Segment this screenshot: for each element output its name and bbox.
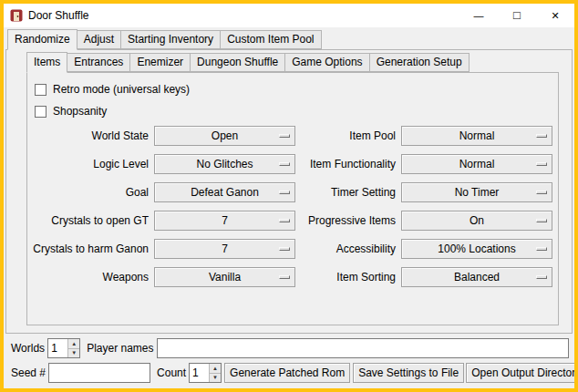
world-state-value: Open bbox=[212, 129, 238, 142]
world-state-dropdown[interactable]: Open bbox=[154, 126, 295, 146]
dropdown-indicator-icon bbox=[279, 275, 290, 279]
crystals-harm-ganon-dropdown[interactable]: 7 bbox=[154, 239, 295, 259]
spin-down-icon[interactable]: ▼ bbox=[68, 348, 79, 358]
progressive-items-value: On bbox=[470, 214, 484, 227]
client-area: Randomize Adjust Starting Inventory Cust… bbox=[4, 27, 574, 388]
crystals-open-gt-dropdown[interactable]: 7 bbox=[154, 211, 295, 231]
items-pane: Retro mode (universal keys) Shopsanity W… bbox=[26, 72, 559, 325]
worlds-label: Worlds bbox=[11, 342, 45, 355]
item-pool-value: Normal bbox=[459, 129, 495, 142]
item-sorting-value: Balanced bbox=[454, 271, 500, 284]
tab-dungeon-shuffle[interactable]: Dungeon Shuffle bbox=[190, 53, 285, 72]
worlds-spinner-input[interactable] bbox=[48, 339, 67, 357]
dropdown-indicator-icon bbox=[536, 247, 547, 251]
goal-dropdown[interactable]: Defeat Ganon bbox=[154, 182, 295, 202]
randomize-pane: Items Entrances Enemizer Dungeon Shuffle… bbox=[5, 49, 573, 334]
maximize-button[interactable]: □ bbox=[498, 4, 536, 27]
item-functionality-label: Item Functionality bbox=[300, 158, 397, 170]
accessibility-dropdown[interactable]: 100% Locations bbox=[401, 239, 552, 259]
progressive-items-dropdown[interactable]: On bbox=[401, 211, 552, 231]
player-names-label: Player names bbox=[87, 342, 153, 355]
timer-setting-dropdown[interactable]: No Timer bbox=[401, 182, 552, 202]
accessibility-label: Accessibility bbox=[300, 242, 397, 255]
generate-rom-button[interactable]: Generate Patched Rom bbox=[224, 363, 350, 383]
worlds-spinner-arrows: ▲ ▼ bbox=[67, 339, 79, 357]
item-pool-dropdown[interactable]: Normal bbox=[401, 126, 552, 146]
dropdown-indicator-icon bbox=[536, 162, 547, 166]
crystals-open-gt-label: Crystals to open GT bbox=[33, 214, 150, 227]
seed-input[interactable] bbox=[48, 363, 150, 383]
logic-level-label: Logic Level bbox=[33, 158, 150, 170]
minimize-button[interactable]: — bbox=[459, 4, 498, 27]
player-names-input[interactable] bbox=[157, 338, 570, 358]
settings-grid: World State Open Item Pool Normal Logic … bbox=[33, 126, 558, 287]
accessibility-value: 100% Locations bbox=[438, 242, 515, 255]
count-label: Count bbox=[157, 366, 186, 379]
seed-label: Seed # bbox=[11, 366, 46, 379]
item-functionality-value: Normal bbox=[459, 158, 495, 170]
footer-row-1: Worlds ▲ ▼ Player names bbox=[11, 338, 569, 358]
maximize-icon: □ bbox=[513, 9, 521, 21]
tab-adjust[interactable]: Adjust bbox=[77, 30, 121, 49]
spin-down-icon[interactable]: ▼ bbox=[210, 373, 221, 383]
goal-value: Defeat Ganon bbox=[191, 186, 259, 199]
dropdown-indicator-icon bbox=[279, 162, 290, 166]
retro-mode-checkbox-row[interactable]: Retro mode (universal keys) bbox=[35, 78, 558, 100]
retro-mode-label: Retro mode (universal keys) bbox=[53, 83, 190, 96]
dropdown-indicator-icon bbox=[536, 219, 547, 222]
minimize-icon: — bbox=[474, 11, 484, 21]
footer: Worlds ▲ ▼ Player names Seed # Count bbox=[11, 338, 569, 383]
crystals-open-gt-value: 7 bbox=[222, 214, 228, 227]
sub-tab-bar: Items Entrances Enemizer Dungeon Shuffle… bbox=[26, 52, 572, 72]
tab-game-options[interactable]: Game Options bbox=[284, 53, 369, 72]
world-state-label: World State bbox=[33, 129, 150, 142]
goal-label: Goal bbox=[33, 186, 150, 199]
timer-setting-label: Timer Setting bbox=[300, 186, 397, 199]
close-icon: ✕ bbox=[551, 11, 559, 21]
spin-up-icon[interactable]: ▲ bbox=[68, 339, 79, 348]
count-spinner-input[interactable] bbox=[190, 364, 209, 382]
save-settings-button[interactable]: Save Settings to File bbox=[353, 363, 464, 383]
window-controls: — □ ✕ bbox=[459, 4, 574, 27]
dropdown-indicator-icon bbox=[279, 191, 290, 194]
spin-up-icon[interactable]: ▲ bbox=[210, 364, 221, 373]
open-output-button[interactable]: Open Output Directory bbox=[466, 363, 578, 383]
item-pool-label: Item Pool bbox=[300, 129, 397, 142]
weapons-label: Weapons bbox=[33, 271, 150, 284]
crystals-harm-ganon-label: Crystals to harm Ganon bbox=[33, 242, 150, 255]
footer-row-2: Seed # Count ▲ ▼ Generate Patched Rom Sa… bbox=[11, 363, 569, 383]
tab-entrances[interactable]: Entrances bbox=[67, 53, 130, 72]
window: Door Shuffle — □ ✕ Randomize Adjust Star… bbox=[0, 0, 578, 392]
tab-generation-setup[interactable]: Generation Setup bbox=[369, 53, 470, 72]
shopsanity-checkbox-row[interactable]: Shopsanity bbox=[35, 100, 558, 122]
app-icon[interactable] bbox=[10, 9, 23, 22]
tab-enemizer[interactable]: Enemizer bbox=[129, 53, 191, 72]
dropdown-indicator-icon bbox=[279, 219, 290, 222]
worlds-spinner[interactable]: ▲ ▼ bbox=[47, 338, 80, 358]
footer-right-buttons: Save Settings to File Open Output Direct… bbox=[353, 363, 578, 383]
retro-mode-checkbox[interactable] bbox=[35, 84, 46, 96]
tab-starting-inventory[interactable]: Starting Inventory bbox=[120, 30, 221, 49]
window-title: Door Shuffle bbox=[28, 9, 89, 22]
shopsanity-checkbox[interactable] bbox=[35, 106, 46, 118]
dropdown-indicator-icon bbox=[536, 191, 547, 194]
dropdown-indicator-icon bbox=[279, 134, 290, 138]
main-tab-bar: Randomize Adjust Starting Inventory Cust… bbox=[7, 29, 573, 49]
tab-custom-item-pool[interactable]: Custom Item Pool bbox=[220, 30, 321, 49]
count-spinner-arrows: ▲ ▼ bbox=[209, 364, 221, 382]
weapons-value: Vanilla bbox=[209, 271, 241, 284]
item-sorting-dropdown[interactable]: Balanced bbox=[401, 267, 552, 287]
close-button[interactable]: ✕ bbox=[536, 4, 574, 27]
dropdown-indicator-icon bbox=[536, 275, 547, 279]
item-functionality-dropdown[interactable]: Normal bbox=[401, 154, 552, 174]
titlebar[interactable]: Door Shuffle — □ ✕ bbox=[4, 4, 574, 27]
tab-items[interactable]: Items bbox=[26, 52, 67, 73]
progressive-items-label: Progressive Items bbox=[300, 214, 397, 227]
crystals-harm-ganon-value: 7 bbox=[222, 242, 228, 255]
timer-setting-value: No Timer bbox=[455, 186, 500, 199]
tab-randomize[interactable]: Randomize bbox=[7, 29, 77, 50]
dropdown-indicator-icon bbox=[536, 134, 547, 138]
weapons-dropdown[interactable]: Vanilla bbox=[154, 267, 295, 287]
logic-level-dropdown[interactable]: No Glitches bbox=[154, 154, 295, 174]
count-spinner[interactable]: ▲ ▼ bbox=[189, 363, 222, 383]
